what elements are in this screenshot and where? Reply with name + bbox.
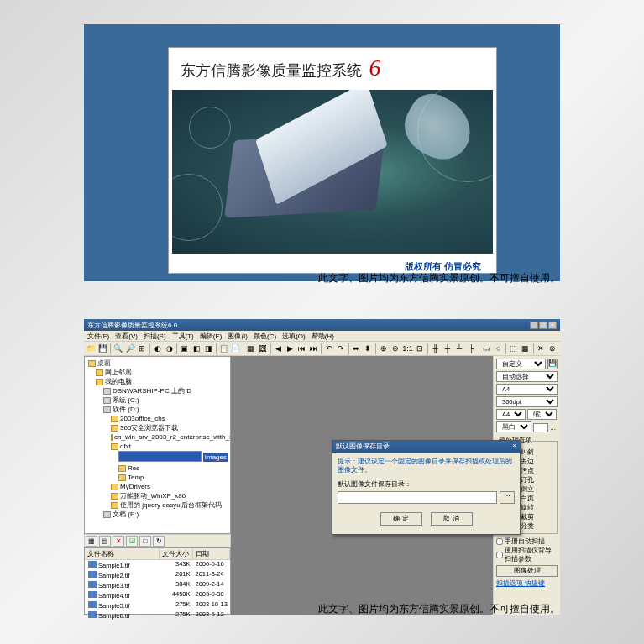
tree-item[interactable]: 我的电脑	[86, 377, 228, 386]
splash-panel: 东方信腾影像质量监控系统 6 版权所有 仿冒必究	[84, 24, 560, 281]
column-header[interactable]: 文件名称	[85, 548, 160, 559]
tree-item[interactable]: 网上邻居	[86, 368, 228, 377]
toolbar-button[interactable]: ✕	[535, 343, 546, 354]
tree-item[interactable]: 桌面	[86, 359, 228, 368]
folder-tree[interactable]: 桌面网上邻居我的电脑DSNWARSHIP-PC 上的 D系统 (C:)软件 (D…	[84, 356, 231, 534]
toolbar-button[interactable]: ◧	[191, 343, 202, 354]
ok-button[interactable]: 确 定	[380, 512, 422, 526]
tree-item[interactable]: 使用的 jquery easyui后台框架代码	[86, 500, 228, 510]
toolbar-button[interactable]: 📁	[86, 343, 97, 354]
toolbar-button[interactable]: 🖼	[257, 343, 268, 354]
dpi-select[interactable]: 300dpi	[496, 396, 558, 407]
cancel-button[interactable]: 取 消	[431, 512, 473, 526]
file-btn-2[interactable]: ▤	[99, 536, 111, 547]
process-button[interactable]: 图像处理	[496, 565, 558, 577]
toolbar-button[interactable]: 🔎	[125, 343, 136, 354]
maximize-button[interactable]: □	[539, 322, 547, 329]
table-row[interactable]: Sample1.tif343K2006-6-16	[85, 560, 230, 570]
toolbar-button[interactable]: 🔍	[113, 343, 123, 354]
manual-scan-check[interactable]	[496, 538, 503, 545]
paper-select[interactable]: A4	[496, 384, 558, 395]
option-links[interactable]: 扫描选项 快捷键	[496, 579, 558, 588]
file-btn-5[interactable]: □	[139, 536, 151, 547]
tree-item[interactable]: 万能驱动_WinXP_x86	[86, 491, 228, 500]
toolbar-button[interactable]: ⏮	[296, 343, 307, 354]
color-more[interactable]: ...	[550, 424, 556, 432]
table-row[interactable]: Sample3.tif384K2009-2-14	[85, 580, 230, 590]
minimize-button[interactable]: _	[530, 322, 538, 329]
close-button[interactable]: ×	[548, 322, 557, 329]
file-delete-button[interactable]: ✕	[113, 536, 124, 547]
scanner-select[interactable]: 自动选择	[496, 371, 558, 382]
dialog-label: 默认图像文件保存目录：	[338, 479, 515, 489]
tree-item[interactable]: dfxt	[86, 442, 228, 451]
column-header[interactable]: 日期	[193, 548, 231, 559]
toolbar-button[interactable]: ▶	[285, 343, 296, 354]
toolbar-button[interactable]: 1:1	[401, 343, 414, 354]
toolbar-button[interactable]: ○	[493, 343, 504, 354]
tree-item[interactable]: Temp	[86, 473, 228, 482]
size-select[interactable]: A4	[496, 409, 526, 420]
menu-item[interactable]: 扫描(S)	[144, 332, 166, 340]
tree-item[interactable]: cn_win_srv_2003_r2_enterprise_with_sp2	[86, 432, 228, 442]
toolbar-button[interactable]: ⬌	[351, 343, 362, 354]
tree-item[interactable]: Res	[86, 463, 228, 473]
toolbar-button[interactable]: 📄	[230, 343, 241, 354]
toolbar-button[interactable]: ▣	[179, 343, 190, 354]
tree-item[interactable]: 软件 (D:)	[86, 405, 228, 414]
preset-select[interactable]: 自定义	[496, 359, 546, 369]
toolbar-button[interactable]: ▦	[520, 343, 531, 354]
tree-item[interactable]: DSNWARSHIP-PC 上的 D	[86, 386, 228, 395]
menu-item[interactable]: 图像(I)	[228, 332, 248, 340]
toolbar-button[interactable]: ◑	[164, 343, 175, 354]
menu-item[interactable]: 帮助(H)	[312, 332, 334, 340]
toolbar-button[interactable]: ╫	[430, 343, 441, 354]
menu-item[interactable]: 工具(T)	[172, 332, 194, 340]
tree-item[interactable]: 系统 (C:)	[86, 395, 228, 405]
file-btn-1[interactable]: ▦	[86, 536, 97, 547]
file-refresh-button[interactable]: ↻	[153, 536, 165, 547]
toolbar-button[interactable]: ⊕	[378, 343, 389, 354]
toolbar-button[interactable]: 📋	[218, 343, 229, 354]
table-row[interactable]: Sample2.tif201K2011-8-24	[85, 570, 230, 580]
tree-item[interactable]: MyDrivers	[86, 482, 228, 491]
zoom-select[interactable]: 缩放	[527, 409, 557, 420]
toolbar-button[interactable]: ↶	[323, 343, 334, 354]
table-row[interactable]: Sample4.tif4450K2003-9-30	[85, 590, 230, 600]
toolbar-button[interactable]: ◐	[152, 343, 163, 354]
tree-item[interactable]: 文档 (E:)	[86, 510, 228, 519]
tree-item[interactable]: 2003office_chs	[86, 414, 228, 423]
toolbar-button[interactable]: ⬍	[363, 343, 374, 354]
browse-button[interactable]: ⋯	[500, 491, 515, 504]
toolbar-button[interactable]: ⬚	[508, 343, 519, 354]
toolbar-button[interactable]: ↷	[335, 343, 346, 354]
toolbar-button[interactable]: ⊡	[415, 343, 426, 354]
menu-item[interactable]: 查看(V)	[115, 332, 138, 340]
toolbar-button[interactable]: ⊞	[137, 343, 148, 354]
toolbar-button[interactable]: ┴	[453, 343, 464, 354]
toolbar-button[interactable]: 💾	[97, 343, 108, 354]
toolbar-button[interactable]: ◨	[203, 343, 214, 354]
menu-item[interactable]: 编辑(E)	[200, 332, 223, 340]
tree-item[interactable]: 360安全浏览器下载	[86, 423, 228, 432]
menu-item[interactable]: 文件(F)	[87, 332, 109, 340]
color-select[interactable]: 黑白	[496, 421, 531, 432]
scanner-params-check[interactable]	[496, 552, 503, 558]
toolbar-button[interactable]: ├	[466, 343, 477, 354]
toolbar-button[interactable]: ⊗	[547, 343, 558, 354]
toolbar-button[interactable]: ▭	[481, 343, 492, 354]
dialog-close-button[interactable]: ×	[512, 442, 516, 452]
toolbar-button[interactable]: ▦	[245, 343, 256, 354]
menu-item[interactable]: 颜色(C)	[254, 332, 276, 340]
toolbar-button[interactable]: ◀	[272, 343, 283, 354]
toolbar-button[interactable]: ⏭	[308, 343, 319, 354]
save-preset-button[interactable]: 💾	[547, 359, 558, 369]
toolbar-button[interactable]: ┼	[442, 343, 453, 354]
file-check-button[interactable]: ☑	[126, 536, 138, 547]
save-dir-input[interactable]	[338, 491, 497, 504]
column-header[interactable]: 文件大小	[160, 548, 193, 559]
toolbar-button[interactable]: ⊖	[390, 343, 401, 354]
color-swatch[interactable]	[533, 423, 548, 432]
tree-item[interactable]: Images	[86, 451, 228, 463]
menu-item[interactable]: 选项(O)	[282, 332, 306, 340]
